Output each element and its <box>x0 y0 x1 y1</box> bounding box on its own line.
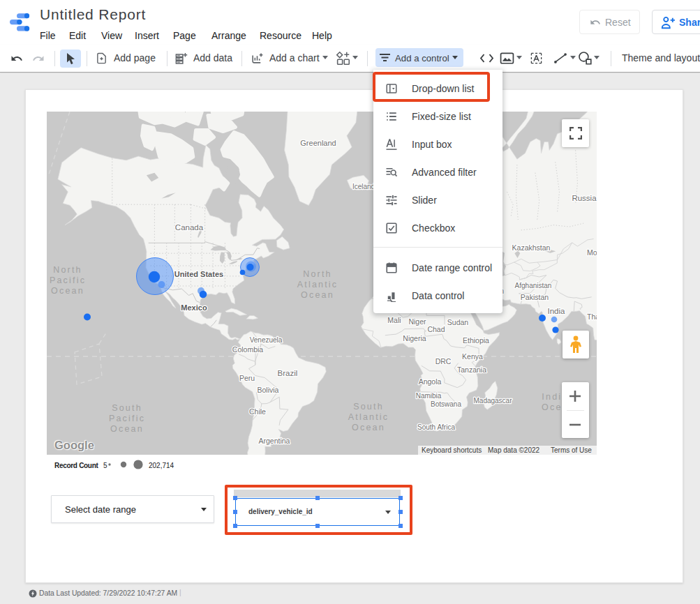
svg-text:Ocean: Ocean <box>352 423 385 432</box>
svg-text:South: South <box>112 403 142 413</box>
svg-text:Ocean: Ocean <box>110 424 144 434</box>
svg-text:Thailand: Thailand <box>587 312 597 321</box>
svg-text:Brazil: Brazil <box>278 369 298 377</box>
svg-text:Atlantic: Atlantic <box>348 412 389 422</box>
svg-text:Colombia: Colombia <box>232 345 264 354</box>
svg-text:Greenland: Greenland <box>300 139 336 147</box>
svg-text:Kazakhstan: Kazakhstan <box>512 243 551 252</box>
svg-text:Russia: Russia <box>572 194 597 202</box>
svg-text:Mali: Mali <box>387 316 401 324</box>
svg-text:Pacific: Pacific <box>109 414 145 423</box>
svg-text:Atlantic: Atlantic <box>297 280 338 289</box>
svg-text:Iceland: Iceland <box>352 183 375 190</box>
svg-text:Canada: Canada <box>175 223 204 232</box>
svg-text:India: India <box>548 307 566 315</box>
svg-text:Madagascar: Madagascar <box>473 397 512 405</box>
svg-text:South Africa: South Africa <box>417 423 455 431</box>
svg-text:North: North <box>303 269 332 279</box>
svg-text:Peru: Peru <box>239 374 255 382</box>
svg-text:Ethiopia: Ethiopia <box>463 336 489 345</box>
svg-text:Kenya: Kenya <box>462 352 483 361</box>
svg-text:Mongolia: Mongolia <box>587 248 597 257</box>
svg-text:Tanzania: Tanzania <box>457 365 486 374</box>
svg-text:Chile: Chile <box>249 407 266 416</box>
svg-text:Pakistan: Pakistan <box>521 293 549 301</box>
svg-text:Niger: Niger <box>408 317 426 326</box>
svg-text:Mexico: Mexico <box>181 303 207 312</box>
svg-text:Afghanistan: Afghanistan <box>515 282 552 289</box>
svg-text:Nigeria: Nigeria <box>403 334 426 342</box>
svg-text:Ocean: Ocean <box>301 290 334 300</box>
svg-text:United States: United States <box>174 270 223 278</box>
svg-text:Venezuela: Venezuela <box>250 336 283 344</box>
svg-text:Ocean: Ocean <box>51 286 84 296</box>
svg-text:Bolivia: Bolivia <box>258 386 279 394</box>
svg-text:Namibia: Namibia <box>416 392 442 400</box>
svg-text:South: South <box>353 402 384 412</box>
svg-text:Angola: Angola <box>419 377 442 386</box>
svg-text:Chad: Chad <box>427 325 445 333</box>
svg-text:Botswana: Botswana <box>431 400 461 408</box>
svg-text:North: North <box>53 265 82 275</box>
svg-text:DRC: DRC <box>435 357 452 365</box>
svg-text:Argentina: Argentina <box>259 437 290 445</box>
svg-text:Sudan: Sudan <box>447 318 469 326</box>
svg-text:Pacific: Pacific <box>50 275 86 285</box>
